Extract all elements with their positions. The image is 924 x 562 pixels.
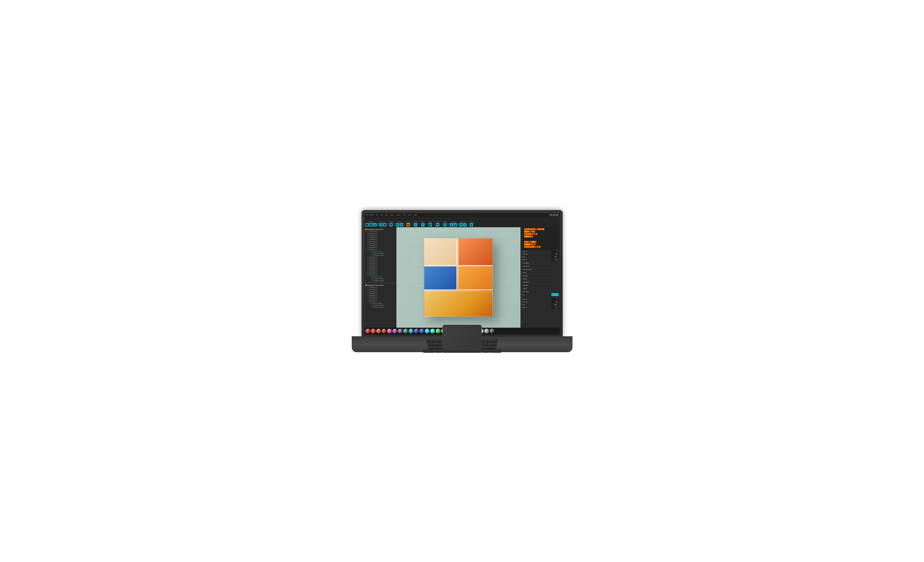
checkbox[interactable] (368, 297, 369, 298)
key-backspace[interactable] (490, 339, 498, 342)
viewport[interactable]: 2.60 2.60 (396, 227, 520, 328)
key-shift-left[interactable] (429, 346, 440, 349)
menu-panel[interactable]: Panel (408, 214, 412, 216)
material-ball-7[interactable] (403, 329, 408, 333)
tree-item[interactable]: Prototype 01 (364, 290, 396, 292)
checkbox[interactable] (368, 294, 369, 296)
attribute-value2[interactable]: 1 (551, 298, 559, 300)
key[interactable] (485, 339, 490, 342)
checkbox[interactable] (371, 280, 373, 281)
section-attributes[interactable]: › Attributes (522, 261, 559, 265)
project-2016-header[interactable]: Ongoing Projects 2016 (364, 284, 396, 287)
toolbar-icon-square[interactable] (366, 223, 369, 226)
tree-item[interactable]: Prototype 01 (364, 241, 396, 242)
tree-item[interactable]: Prototype 01 (364, 288, 396, 290)
section-maps[interactable]: › Maps (522, 271, 559, 274)
checkbox[interactable] (368, 287, 369, 288)
tree-item[interactable]: Prototype 01 (364, 270, 396, 272)
rotation-value2[interactable]: 0.00 (551, 306, 559, 308)
tree-item[interactable]: Prototype 01 (364, 287, 396, 288)
tree-item[interactable]: Prototype 01 (364, 294, 396, 296)
material-ball-12[interactable] (430, 329, 435, 333)
checkbox[interactable] (368, 266, 369, 268)
key-alt-left[interactable] (435, 349, 442, 352)
checkbox[interactable] (368, 300, 369, 302)
checkbox[interactable] (368, 247, 369, 248)
checkbox[interactable] (368, 245, 369, 246)
material-ball-11[interactable] (425, 329, 430, 333)
color-swatch[interactable] (551, 293, 559, 296)
material-ball-4[interactable] (387, 329, 392, 333)
section-displacement[interactable]: › Displacement (522, 268, 559, 271)
checkbox[interactable] (368, 241, 369, 242)
toolbar-icon-separate1[interactable] (459, 223, 463, 226)
menu-render[interactable]: Render (396, 214, 401, 216)
checkbox[interactable] (368, 233, 369, 234)
checkbox[interactable] (368, 291, 369, 292)
key-ctrl-right[interactable] (490, 349, 501, 352)
key[interactable] (436, 339, 441, 342)
tree-item[interactable]: Prototype 01 (364, 233, 396, 235)
material-ball-0[interactable] (366, 329, 370, 333)
menu-view[interactable]: View (403, 214, 406, 216)
project-2017-header[interactable]: Ongoing Projects 2017 (364, 228, 396, 231)
tree-item[interactable]: Prototype 01 (364, 292, 396, 294)
tree-child2016[interactable]: Prototype Options (364, 302, 396, 304)
material-ball-10[interactable] (420, 329, 424, 333)
toolbar-icon-triangle[interactable] (374, 223, 377, 226)
checkbox[interactable] (368, 231, 369, 232)
tree-item[interactable]: Prototype 01 (364, 246, 396, 248)
section-mesh[interactable]: › Mesh (522, 287, 559, 290)
material-ball-5[interactable] (393, 329, 398, 333)
checkbox[interactable] (368, 243, 369, 244)
tree-item[interactable]: Prototype 01 (364, 236, 396, 239)
section-bones[interactable]: › Bones (522, 277, 559, 280)
rotation-value[interactable]: 0.00 (551, 259, 559, 260)
checkbox[interactable] (368, 299, 369, 300)
checkbox[interactable] (371, 306, 373, 308)
toolbar-icon-boolean[interactable] (429, 223, 432, 226)
checkbox[interactable] (368, 235, 369, 236)
toolbar-icon-cube[interactable] (383, 223, 386, 226)
close-button[interactable]: × (556, 214, 558, 216)
tree-grandchild2016-2[interactable]: Prototype Options (364, 306, 396, 308)
checkbox[interactable] (371, 278, 373, 280)
tree-item[interactable]: Prototype 01 (364, 264, 396, 266)
tree-item[interactable]: Prototype 01 (364, 239, 396, 241)
material-ball-8[interactable] (409, 329, 414, 333)
checkbox[interactable] (368, 248, 369, 250)
tree-item[interactable]: Prototype 01 (364, 272, 396, 274)
toolbar-icon-separate2[interactable] (463, 223, 466, 226)
toolbar-icon-group1[interactable] (396, 223, 399, 226)
material-ball-3[interactable] (382, 329, 387, 333)
tree-item[interactable]: Prototype 01 (364, 242, 396, 244)
checkbox[interactable] (368, 256, 369, 258)
key-ctrl-left[interactable] (423, 349, 434, 352)
touchpad[interactable] (442, 325, 482, 349)
toolbar-icon-pattern[interactable] (421, 223, 424, 226)
translate-value[interactable]: 299 (551, 253, 559, 255)
tree-parent-item2[interactable]: Prototype 01 (364, 274, 396, 276)
menu-help[interactable]: Help (414, 214, 417, 216)
section-display[interactable]: › Display (522, 274, 559, 277)
checkbox[interactable] (368, 262, 369, 264)
checkbox[interactable] (371, 304, 373, 306)
toolbar-icon-circle[interactable] (369, 223, 373, 226)
checkbox[interactable] (368, 270, 369, 272)
section-uvtools[interactable]: › UV Tools (522, 290, 559, 293)
checkbox[interactable] (369, 276, 371, 278)
toolbar-icon-combine[interactable] (436, 223, 439, 226)
key-enter[interactable] (489, 342, 497, 345)
tree-item[interactable]: Prototype 01 (364, 244, 396, 246)
key-alt-right[interactable] (482, 349, 490, 352)
toolbar-icon-group2[interactable] (400, 223, 403, 226)
checkbox[interactable] (369, 251, 371, 252)
tree-child-prototype-options[interactable]: Prototype Options (364, 250, 396, 252)
material-ball-23[interactable] (490, 329, 495, 333)
checkbox[interactable] (368, 237, 369, 238)
menu-geo[interactable]: Geo (385, 214, 387, 216)
material-ball-13[interactable] (436, 329, 441, 333)
key[interactable] (426, 339, 431, 342)
tree-grandchild2016-1[interactable]: Prototype Options (364, 304, 396, 306)
attribute-value[interactable]: 1 (551, 251, 559, 253)
